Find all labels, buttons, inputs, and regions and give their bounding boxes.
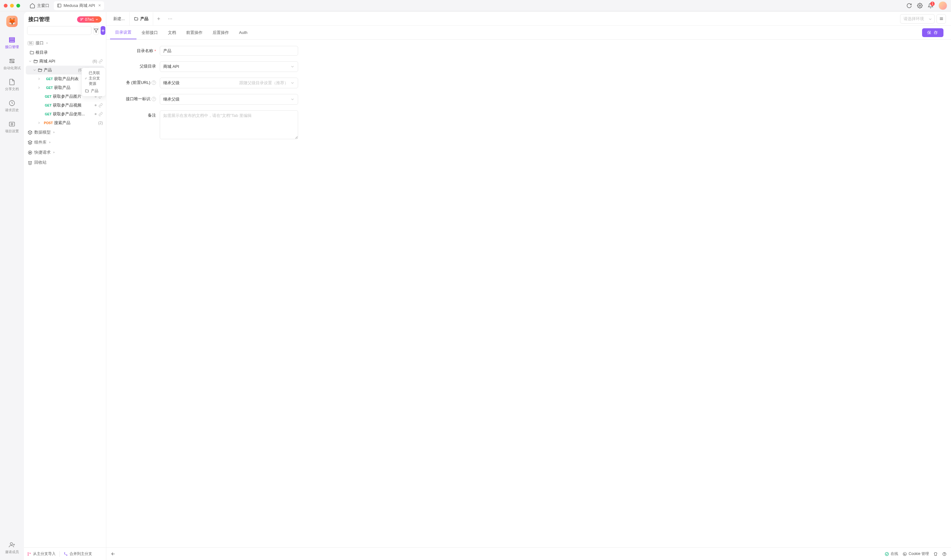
app-logo[interactable]: 🦊 [6, 16, 18, 27]
env-settings-button[interactable] [937, 14, 946, 23]
tree-section-quick-request[interactable]: 快捷请求 [26, 148, 104, 157]
settings-icon[interactable] [917, 3, 923, 8]
main-window-tab[interactable]: 主窗口 [26, 1, 52, 10]
branch-label: 07w1 [85, 17, 94, 22]
footer-help-button[interactable] [942, 552, 946, 556]
link-icon[interactable] [99, 103, 103, 108]
cookie-icon [903, 552, 907, 556]
rail-api-mgmt[interactable]: 接口管理 [0, 35, 24, 51]
window-controls [4, 4, 20, 8]
svg-rect-4 [9, 41, 15, 42]
user-avatar[interactable] [939, 1, 947, 10]
select-value: 继承父级 [163, 97, 180, 102]
tree-endpoint[interactable]: POST 搜索产品 (2) [26, 118, 104, 127]
rail-label: 请求历史 [5, 108, 19, 112]
notif-badge: 1 [930, 2, 935, 6]
collapse-sidebar-button[interactable] [111, 552, 116, 556]
main-tab-product[interactable]: 产品 [129, 12, 153, 25]
tree-section-recycle-bin[interactable]: 回收站 [26, 157, 104, 168]
rail-share-docs[interactable]: 分享文档 [0, 77, 24, 93]
sidebar-footer: 从主分支导入 合并到主分支 [24, 548, 106, 560]
close-window-button[interactable] [4, 4, 8, 8]
tab-label: 新建... [113, 16, 125, 22]
tree-mall-api[interactable]: 商城 API (6) [26, 57, 104, 66]
rail-request-history[interactable]: 请求历史 [0, 98, 24, 114]
cube-icon [28, 130, 32, 135]
tree-section-label: 快捷请求 [34, 149, 51, 155]
tree-endpoint[interactable]: GET 获取参产品视频 [26, 101, 104, 110]
form-label-parent-dir: 父级目录 [116, 61, 160, 69]
more-icon [168, 16, 173, 22]
rail-project-settings[interactable]: 项目设置 [0, 119, 24, 135]
mf-label: Cookie 管理 [909, 551, 929, 557]
folder-icon [134, 17, 139, 21]
import-from-main-button[interactable]: 从主分支导入 [27, 551, 55, 557]
notifications-icon[interactable]: 1 [928, 3, 933, 8]
tree-section-data-model[interactable]: 数据模型 [26, 127, 104, 137]
sub-tab-post-op[interactable]: 后置操作 [208, 26, 234, 39]
method-badge: GET [41, 103, 52, 107]
svg-point-12 [10, 543, 12, 545]
main-tab-new[interactable]: 新建... [109, 12, 129, 25]
sf-label: 从主分支导入 [33, 551, 55, 557]
share-icon [8, 78, 15, 86]
more-tabs-button[interactable] [165, 12, 176, 25]
sync-icon[interactable] [906, 3, 912, 8]
merge-to-main-button[interactable]: 合并到主分支 [63, 551, 92, 557]
tab-label: 产品 [140, 16, 148, 22]
svg-point-13 [81, 18, 82, 19]
filter-button[interactable] [93, 26, 99, 35]
form-label-remark: 备注 [116, 110, 160, 118]
link-icon[interactable] [99, 59, 103, 63]
save-button[interactable]: 保 存 [922, 28, 943, 37]
chevron-right-icon [37, 77, 41, 81]
tree-section-label: 接口 [35, 40, 44, 46]
folder-open-icon [38, 68, 42, 72]
dir-name-input[interactable] [160, 46, 298, 55]
tree-section-api[interactable]: 96 接口 [26, 38, 104, 48]
tree-label: 获取参产品视频 [53, 102, 93, 108]
rail-invite-members[interactable]: 邀请成员 [0, 540, 24, 555]
project-tab[interactable]: Medusa 商城 API ✕ [54, 1, 104, 10]
add-button[interactable] [101, 26, 105, 35]
footer-tool-1[interactable] [933, 552, 938, 556]
main-footer: 在线 Cookie 管理 [106, 548, 951, 560]
collapse-icon [111, 552, 116, 556]
svg-marker-23 [28, 140, 32, 142]
invite-icon [8, 542, 15, 548]
tree-root-folder[interactable]: 根目录 [26, 48, 104, 57]
minimize-window-button[interactable] [10, 4, 14, 8]
caret-right-icon [48, 141, 52, 144]
tree-section-label: 组件库 [34, 140, 46, 145]
sub-tab-docs[interactable]: 文档 [163, 26, 181, 39]
form-area: 目录名称 * 父级目录 商城 API [106, 40, 951, 548]
sub-tab-dir-settings[interactable]: 目录设置 [110, 26, 137, 39]
add-tab-button[interactable] [153, 12, 165, 25]
unique-id-select[interactable]: 继承父级 [160, 94, 298, 105]
close-tab-button[interactable]: ✕ [98, 3, 101, 8]
sub-tab-auth[interactable]: Auth [234, 26, 253, 39]
sub-tab-all-api[interactable]: 全部接口 [137, 26, 163, 39]
rail-automation[interactable]: 自动化测试 [0, 56, 24, 72]
folder-icon [29, 50, 34, 55]
service-url-select[interactable]: 继承父级 跟随父级目录设置（推荐） [160, 78, 298, 88]
env-select[interactable]: 请选择环境 [900, 14, 935, 23]
branch-button[interactable]: 07w1 [77, 16, 102, 23]
tree-endpoint[interactable]: GET 获取参产品使用... [26, 110, 104, 118]
help-icon[interactable]: ? [152, 80, 156, 85]
main-window-tab-label: 主窗口 [37, 3, 49, 8]
sub-tabs: 目录设置 全部接口 文档 前置操作 后置操作 Auth 保 存 [106, 26, 951, 40]
chevron-down-icon [290, 65, 295, 69]
maximize-window-button[interactable] [16, 4, 20, 8]
sub-tab-pre-op[interactable]: 前置操作 [181, 26, 208, 39]
filter-icon [94, 28, 99, 33]
search-input[interactable] [27, 26, 91, 35]
link-icon[interactable] [99, 112, 103, 116]
parent-dir-select[interactable]: 商城 API [160, 61, 298, 72]
tree-section-component-lib[interactable]: 组件库 [26, 137, 104, 148]
remark-textarea[interactable] [160, 110, 298, 139]
svg-point-8 [13, 62, 14, 63]
online-status[interactable]: 在线 [885, 551, 898, 557]
help-icon[interactable]: ? [152, 97, 156, 101]
cookie-mgmt-button[interactable]: Cookie 管理 [903, 551, 929, 557]
